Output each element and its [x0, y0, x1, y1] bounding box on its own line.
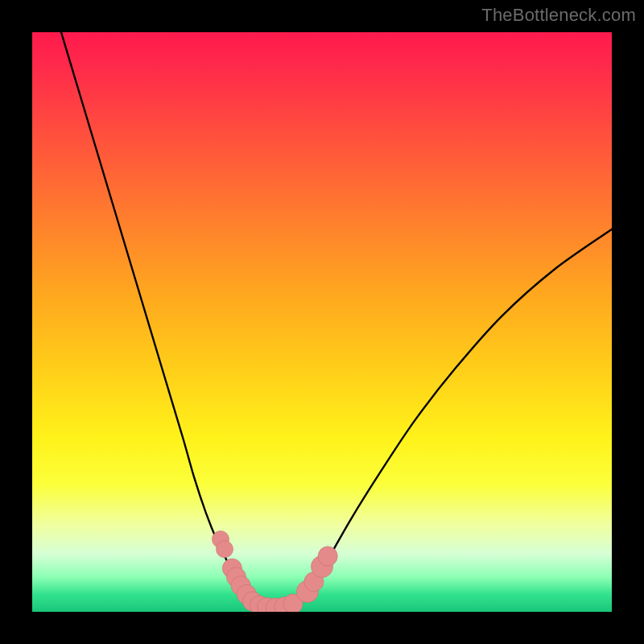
chart-frame: TheBottleneck.com: [0, 0, 644, 644]
data-marker: [216, 541, 233, 558]
attribution-label: TheBottleneck.com: [481, 5, 636, 26]
data-markers: [212, 530, 337, 612]
data-marker: [318, 547, 337, 566]
curve-layer: [32, 32, 612, 612]
bottleneck-curve: [61, 32, 612, 609]
plot-area: [32, 32, 612, 612]
